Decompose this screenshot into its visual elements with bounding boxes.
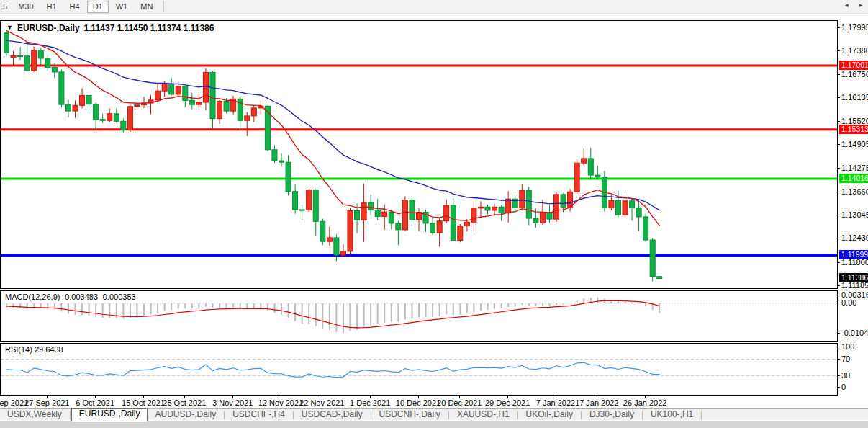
chart-tab-audusddaily[interactable]: AUDUSD-,Daily: [148, 409, 223, 421]
chart-tab-bar: USDX,WeeklyEURUSD-,DailyAUDUSD-,DailyUSD…: [0, 408, 868, 421]
tab-separator: [70, 411, 71, 419]
price-tick: [838, 27, 840, 28]
tab-separator: [581, 411, 582, 419]
trading-terminal-window: 5M30H1H4D1W1MN ▼ EURUSD-,Daily 1.11437 1…: [0, 0, 868, 428]
price-tick: [838, 262, 840, 263]
rsi-tick: [838, 359, 840, 360]
chart-ohlc-values: 1.11437 1.11450 1.11374 1.11386: [84, 23, 214, 33]
date-tick-label: 25 Oct 2021: [163, 398, 206, 407]
date-axis[interactable]: 17 Sep 202127 Sep 20216 Oct 202115 Oct 2…: [0, 396, 838, 408]
date-tick-label: 3 Nov 2021: [212, 398, 253, 407]
macd-axis: 0.0031650.00-0.01043: [838, 290, 868, 342]
chart-tab-usdxweekly[interactable]: USDX,Weekly: [0, 409, 69, 421]
chart-symbol-label: EURUSD-,Daily: [17, 23, 80, 33]
price-tick: [838, 121, 840, 122]
chart-marker-icon: ▼: [6, 24, 13, 31]
current-price-badge: 1.11386: [839, 273, 868, 282]
price-level-badge: 1.14016: [839, 174, 868, 183]
price-tick: [838, 97, 840, 98]
macd-tick: [838, 333, 840, 334]
timeframe-button-h1[interactable]: H1: [41, 1, 63, 13]
chart-tab-dj30daily[interactable]: DJ30-,Daily: [582, 409, 641, 421]
chart-tab-uk100h1[interactable]: UK100-,H1: [643, 409, 700, 421]
price-tick-label: 1.13660: [841, 187, 868, 196]
macd-tick: [838, 295, 840, 295]
price-tick-label: 1.17995: [841, 23, 868, 32]
toolbar-separator: [163, 1, 164, 12]
rsi-tick-label: 30: [841, 371, 850, 380]
timeframe-button-5[interactable]: 5: [1, 1, 11, 13]
price-tick-label: 1.13045: [841, 210, 868, 219]
tab-separator: [224, 411, 225, 419]
timeframe-button-m30[interactable]: M30: [12, 1, 39, 13]
tab-scroll-left-icon[interactable]: ◄: [844, 2, 849, 9]
candlestick-chart[interactable]: [1, 21, 837, 288]
rsi-tick: [838, 347, 840, 347]
chart-tab-ukoildaily[interactable]: UKOil-,Daily: [519, 409, 580, 421]
tab-separator: [701, 411, 702, 419]
tab-scroll-right-icon[interactable]: ►: [858, 2, 864, 9]
tab-separator: [448, 411, 449, 419]
rsi-tick: [838, 387, 840, 388]
price-tick: [838, 74, 840, 75]
macd-panel[interactable]: MACD(12,26,9) -0.003483 -0.000353: [0, 290, 838, 342]
date-tick-label: 12 Nov 2021: [258, 398, 303, 407]
price-tick: [838, 285, 840, 286]
rsi-label: RSI(14) 29.6438: [5, 345, 63, 354]
timeframe-button-mn[interactable]: MN: [135, 1, 158, 13]
date-tick-label: 1 Dec 2021: [350, 398, 390, 407]
date-tick-label: 26 Jan 2022: [623, 398, 667, 407]
price-tick-label: 1.14275: [841, 164, 868, 172]
price-tick: [838, 168, 840, 169]
date-tick-label: 27 Sep 2021: [24, 398, 69, 407]
rsi-tick-label: 100: [841, 342, 854, 351]
rsi-plot: [1, 344, 837, 395]
date-tick-label: 6 Oct 2021: [76, 398, 114, 407]
price-tick-label: 1.16135: [841, 93, 868, 102]
tab-scroll-arrows: ◄ ►: [844, 2, 864, 9]
price-tick: [838, 192, 840, 192]
price-tick: [838, 238, 840, 238]
macd-tick: [838, 303, 840, 303]
date-tick-label: 29 Dec 2021: [485, 398, 530, 407]
rsi-panel[interactable]: RSI(14) 29.6438: [0, 343, 838, 396]
price-tick-label: 1.12430: [841, 233, 868, 242]
timeframe-button-d1[interactable]: D1: [87, 1, 109, 13]
macd-label: MACD(12,26,9) -0.003483 -0.000353: [5, 293, 136, 301]
rsi-tick-label: 0: [841, 383, 846, 391]
price-tick: [838, 215, 840, 215]
timeframe-button-h4[interactable]: H4: [64, 1, 86, 13]
timeframe-button-w1[interactable]: W1: [110, 1, 134, 13]
date-tick-label: 17 Jan 2022: [575, 398, 619, 407]
price-tick: [838, 144, 840, 145]
rsi-tick-label: 70: [841, 355, 850, 363]
tab-separator: [371, 411, 371, 419]
chart-tab-usdchfh4[interactable]: USDCHF-,H4: [225, 409, 292, 421]
macd-tick-label: 0.00: [841, 298, 856, 307]
price-level-badge: 1.17001: [839, 61, 868, 70]
chart-title: ▼ EURUSD-,Daily 1.11437 1.11450 1.11374 …: [6, 23, 214, 33]
date-tick-label: 22 Nov 2021: [299, 398, 344, 407]
date-tick-label: 20 Dec 2021: [437, 398, 482, 407]
tab-separator: [642, 411, 643, 419]
price-tick-label: 1.16750: [841, 70, 868, 79]
tab-separator: [517, 411, 518, 419]
chart-tab-xauusdh1[interactable]: XAUUSD-,H1: [450, 409, 517, 421]
rsi-tick: [838, 375, 840, 376]
price-tick: [838, 50, 840, 51]
date-tick-label: 10 Dec 2021: [396, 398, 440, 407]
timeframe-toolbar: 5M30H1H4D1W1MN: [0, 0, 868, 14]
chart-tab-usdcaddaily[interactable]: USDCAD-,Daily: [294, 409, 370, 421]
date-tick-label: 7 Jan 2022: [536, 398, 575, 407]
price-tick-label: 1.14905: [841, 140, 868, 148]
chart-tab-usdcnhdaily[interactable]: USDCNH-,Daily: [372, 409, 448, 421]
macd-tick-label: -0.01043: [841, 329, 868, 337]
chart-tab-eurusddaily[interactable]: EURUSD-,Daily: [71, 408, 148, 422]
price-axis[interactable]: 1.179951.173801.167501.161351.155201.149…: [838, 20, 868, 289]
date-tick-label: 15 Oct 2021: [122, 398, 165, 407]
price-level-badge: 1.15313: [839, 125, 868, 134]
price-chart-panel[interactable]: ▼ EURUSD-,Daily 1.11437 1.11450 1.11374 …: [0, 20, 838, 289]
price-tick-label: 1.17380: [841, 46, 868, 55]
rsi-axis: 10070300: [838, 343, 868, 396]
tab-separator: [293, 411, 294, 419]
